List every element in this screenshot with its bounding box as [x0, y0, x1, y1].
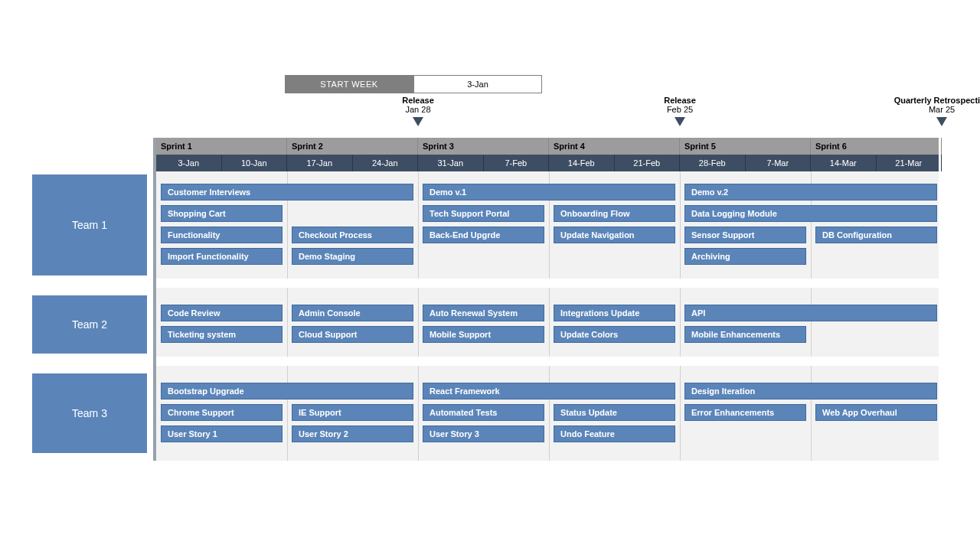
milestone-marker: ReleaseJan 28 — [349, 96, 487, 126]
sprint-header-cell: Sprint 1 — [156, 138, 287, 155]
start-week-value[interactable]: 3-Jan — [413, 75, 542, 93]
task-bar[interactable]: Ticketing system — [161, 326, 283, 343]
sprint-header-cell: Sprint 6 — [811, 138, 942, 155]
team-label: Team 3 — [32, 373, 147, 453]
milestone-date: Jan 28 — [349, 105, 487, 114]
task-bar[interactable]: Update Navigation — [554, 227, 675, 243]
week-header-cell: 7-Feb — [484, 155, 550, 171]
task-bar[interactable]: Sensor Support — [684, 227, 806, 243]
week-header-cell: 10-Jan — [222, 155, 288, 171]
team-label: Team 1 — [32, 174, 147, 276]
week-header-cell: 21-Feb — [615, 155, 681, 171]
milestone-title: Release — [611, 96, 749, 105]
milestone-triangle-icon — [413, 117, 423, 126]
task-bar[interactable]: IE Support — [292, 404, 413, 421]
task-bar[interactable]: Code Review — [161, 305, 283, 321]
task-bar[interactable]: User Story 2 — [292, 425, 413, 442]
sprint-header-cell: Sprint 4 — [549, 138, 680, 155]
week-header-row: 3-Jan10-Jan17-Jan24-Jan31-Jan7-Feb14-Feb… — [156, 155, 939, 171]
task-bar[interactable]: Customer Interviews — [161, 184, 413, 201]
task-bar[interactable]: Demo Staging — [292, 248, 413, 265]
week-header-cell: 14-Feb — [549, 155, 615, 171]
task-bar[interactable]: Undo Feature — [554, 425, 675, 442]
week-header-cell: 3-Jan — [156, 155, 222, 171]
task-bar[interactable]: Import Functionality — [161, 248, 283, 265]
task-bar[interactable]: API — [684, 305, 937, 321]
week-header-cell: 31-Jan — [418, 155, 484, 171]
task-bar[interactable]: Archiving — [684, 248, 806, 265]
sprint-header-cell: Sprint 5 — [680, 138, 811, 155]
task-bar[interactable]: Integrations Update — [554, 305, 675, 321]
team-lane: Bootstrap UpgradeReact FrameworkDesign I… — [156, 370, 939, 456]
task-bar[interactable]: Back-End Upgrde — [423, 227, 544, 243]
task-bar[interactable]: Demo v.1 — [423, 184, 675, 201]
milestone-marker: ReleaseFeb 25 — [611, 96, 749, 126]
week-header-cell: 7-Mar — [746, 155, 812, 171]
milestone-marker: Quarterly RetrospectiveMar 25 — [873, 96, 980, 126]
start-week-label: START WEEK — [285, 75, 413, 93]
lane-separator — [156, 357, 939, 366]
sprint-header-cell: Sprint 2 — [287, 138, 418, 155]
task-bar[interactable]: DB Configuration — [815, 227, 937, 243]
task-bar[interactable]: Tech Support Portal — [423, 205, 544, 222]
task-bar[interactable]: Bootstrap Upgrade — [161, 383, 413, 399]
task-bar[interactable]: Cloud Support — [292, 326, 413, 343]
task-bar[interactable]: Admin Console — [292, 305, 413, 321]
task-bar[interactable]: Onboarding Flow — [554, 205, 675, 222]
task-bar[interactable]: React Framework — [423, 383, 675, 399]
task-bar[interactable]: User Story 3 — [423, 425, 544, 442]
team-label: Team 2 — [32, 295, 147, 354]
week-header-cell: 21-Mar — [877, 155, 942, 171]
milestone-date: Feb 25 — [611, 105, 749, 114]
task-bar[interactable]: Design Iteration — [684, 383, 937, 399]
task-bar[interactable]: Automated Tests — [423, 404, 544, 421]
milestone-title: Quarterly Retrospective — [873, 96, 980, 105]
task-bar[interactable]: Auto Renewal System — [423, 305, 544, 321]
task-bar[interactable]: Shopping Cart — [161, 205, 283, 222]
week-header-cell: 14-Mar — [811, 155, 877, 171]
milestone-triangle-icon — [936, 117, 947, 126]
task-bar[interactable]: Web App Overhaul — [815, 404, 937, 421]
task-bar[interactable]: Mobile Support — [423, 326, 544, 343]
week-header-cell: 28-Feb — [680, 155, 746, 171]
task-bar[interactable]: Demo v.2 — [684, 184, 937, 201]
sprint-header-row: Sprint 1Sprint 2Sprint 3Sprint 4Sprint 5… — [156, 138, 939, 155]
milestone-date: Mar 25 — [873, 105, 980, 114]
milestone-triangle-icon — [675, 117, 685, 126]
lane-separator — [156, 279, 939, 288]
week-header-cell: 24-Jan — [353, 155, 419, 171]
team-lane: Customer InterviewsDemo v.1Demo v.2Shopp… — [156, 171, 939, 279]
roadmap-root: START WEEK 3-Jan Sprint 1Sprint 2Sprint … — [0, 0, 980, 551]
milestone-title: Release — [349, 96, 487, 105]
task-bar[interactable]: User Story 1 — [161, 425, 283, 442]
start-week-control: START WEEK 3-Jan — [285, 75, 542, 93]
task-bar[interactable]: Status Update — [554, 404, 675, 421]
sprint-header-cell: Sprint 3 — [418, 138, 549, 155]
task-bar[interactable]: Mobile Enhancements — [684, 326, 806, 343]
task-bar[interactable]: Chrome Support — [161, 404, 283, 421]
task-bar[interactable]: Error Enhancements — [684, 404, 806, 421]
roadmap-chart: Sprint 1Sprint 2Sprint 3Sprint 4Sprint 5… — [153, 138, 939, 461]
task-bar[interactable]: Functionality — [161, 227, 283, 243]
task-bar[interactable]: Checkout Process — [292, 227, 413, 243]
week-header-cell: 17-Jan — [287, 155, 353, 171]
task-bar[interactable]: Update Colors — [554, 326, 675, 343]
task-bar[interactable]: Data Logging Module — [684, 205, 937, 222]
team-lane: Code ReviewAdmin ConsoleAuto Renewal Sys… — [156, 292, 939, 357]
